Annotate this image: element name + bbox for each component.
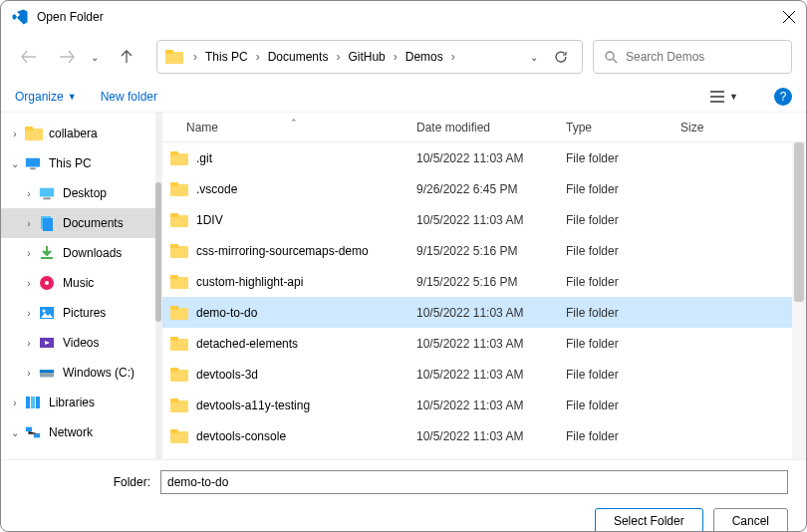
svg-rect-18 xyxy=(26,427,32,431)
tree-item-videos[interactable]: ›Videos xyxy=(1,328,161,358)
file-name: .vscode xyxy=(196,182,237,196)
file-row[interactable]: 1DIV10/5/2022 11:03 AMFile folder xyxy=(162,204,806,235)
file-row[interactable]: custom-highlight-api9/15/2022 5:16 PMFil… xyxy=(162,266,806,297)
tree-item-windows-c-[interactable]: ›Windows (C:) xyxy=(1,358,161,388)
tree-item-music[interactable]: ›Music xyxy=(1,268,161,298)
column-name[interactable]: Name⌃ xyxy=(162,121,416,134)
file-type: File folder xyxy=(566,182,680,196)
file-name: devtools-3d xyxy=(196,368,258,382)
search-icon xyxy=(604,50,618,64)
tree-item-label: Desktop xyxy=(63,186,107,200)
folder-icon xyxy=(170,244,188,258)
file-name: devtools-console xyxy=(196,429,286,443)
titlebar: Open Folder xyxy=(1,1,806,33)
tree-item-pictures[interactable]: ›Pictures xyxy=(1,298,161,328)
file-type: File folder xyxy=(566,151,680,165)
column-type[interactable]: Type xyxy=(566,121,680,134)
svg-rect-2 xyxy=(30,167,35,169)
file-name: custom-highlight-api xyxy=(196,275,303,289)
file-row[interactable]: devtools-3d10/5/2022 11:03 AMFile folder xyxy=(162,359,806,390)
file-row[interactable]: detached-elements10/5/2022 11:03 AMFile … xyxy=(162,328,806,359)
select-folder-button[interactable]: Select Folder xyxy=(595,508,703,532)
folder-icon xyxy=(165,50,183,64)
close-icon[interactable] xyxy=(782,10,796,24)
file-type: File folder xyxy=(566,244,680,258)
breadcrumb-item[interactable]: Demos xyxy=(404,50,445,64)
expander-icon[interactable]: › xyxy=(9,398,21,408)
file-row[interactable]: devtools-console10/5/2022 11:03 AMFile f… xyxy=(162,420,806,451)
view-button[interactable]: ▼ xyxy=(709,90,738,104)
tree-item-collabera[interactable]: ›collabera xyxy=(1,119,161,148)
tree-item-libraries[interactable]: ›Libraries xyxy=(1,388,161,417)
breadcrumb-item[interactable]: Documents xyxy=(266,50,331,64)
address-dropdown[interactable]: ⌄ xyxy=(524,52,544,63)
svg-rect-3 xyxy=(40,188,54,197)
up-button[interactable] xyxy=(113,43,140,71)
tree-item-downloads[interactable]: ›Downloads xyxy=(1,238,161,268)
search-input[interactable] xyxy=(626,50,781,64)
file-date: 9/15/2022 5:16 PM xyxy=(416,244,566,258)
file-row[interactable]: devtools-a11y-testing10/5/2022 11:03 AMF… xyxy=(162,390,806,420)
expander-icon[interactable]: › xyxy=(23,368,35,379)
column-headers[interactable]: Name⌃ Date modified Type Size xyxy=(162,113,806,142)
expander-icon[interactable]: › xyxy=(9,129,21,139)
svg-point-9 xyxy=(45,281,49,285)
tree-item-network[interactable]: ⌄Network xyxy=(1,417,161,447)
address-bar[interactable]: › This PC › Documents › GitHub › Demos ›… xyxy=(156,40,583,74)
file-type: File folder xyxy=(566,368,680,382)
svg-point-0 xyxy=(606,52,614,60)
breadcrumb-item[interactable]: This PC xyxy=(203,50,250,64)
tree-item-desktop[interactable]: ›Desktop xyxy=(1,178,161,208)
chevron-down-icon: ▼ xyxy=(729,92,738,102)
file-type: File folder xyxy=(566,213,680,227)
tree-item-this-pc[interactable]: ⌄This PC xyxy=(1,148,161,178)
recent-dropdown[interactable]: ⌄ xyxy=(91,52,103,63)
refresh-button[interactable] xyxy=(548,50,574,64)
file-date: 9/15/2022 5:16 PM xyxy=(416,275,566,289)
breadcrumb-item[interactable]: GitHub xyxy=(346,50,387,64)
svg-rect-4 xyxy=(43,197,50,199)
tree-item-label: Pictures xyxy=(63,306,106,320)
svg-rect-14 xyxy=(40,370,54,373)
libraries-icon xyxy=(25,395,41,410)
chevron-down-icon: ▼ xyxy=(68,92,77,102)
cancel-button[interactable]: Cancel xyxy=(713,508,788,532)
new-folder-button[interactable]: New folder xyxy=(101,90,157,104)
file-row[interactable]: demo-to-do10/5/2022 11:03 AMFile folder xyxy=(162,297,806,328)
expander-icon[interactable]: ⌄ xyxy=(9,427,21,438)
file-type: File folder xyxy=(566,275,680,289)
folder-input[interactable] xyxy=(160,470,788,494)
expander-icon[interactable]: › xyxy=(23,278,35,289)
tree-item-label: Libraries xyxy=(49,396,95,409)
expander-icon[interactable]: › xyxy=(23,218,35,229)
back-button[interactable] xyxy=(15,43,43,71)
column-date[interactable]: Date modified xyxy=(416,121,566,134)
organize-button[interactable]: Organize ▼ xyxy=(15,90,77,104)
expander-icon[interactable]: ⌄ xyxy=(9,158,21,169)
file-row[interactable]: .vscode9/26/2022 6:45 PMFile folder xyxy=(162,173,806,204)
expander-icon[interactable]: › xyxy=(23,248,35,259)
navbar: ⌄ › This PC › Documents › GitHub › Demos… xyxy=(1,33,806,81)
tree-item-documents[interactable]: ›Documents xyxy=(1,208,161,238)
folder-tree: ›collabera⌄This PC›Desktop›Documents›Dow… xyxy=(1,113,162,459)
help-icon[interactable]: ? xyxy=(774,88,792,106)
search-box[interactable] xyxy=(593,40,792,74)
file-date: 10/5/2022 11:03 AM xyxy=(416,368,566,382)
list-scrollbar[interactable] xyxy=(792,142,806,459)
expander-icon[interactable]: › xyxy=(23,188,35,199)
tree-scrollbar[interactable] xyxy=(155,113,161,459)
file-list: Name⌃ Date modified Type Size .git10/5/2… xyxy=(162,113,806,459)
folder-icon xyxy=(170,182,188,196)
svg-rect-1 xyxy=(26,158,40,167)
window-title: Open Folder xyxy=(37,10,782,24)
expander-icon[interactable]: › xyxy=(23,308,35,319)
expander-icon[interactable]: › xyxy=(23,338,35,349)
forward-button[interactable] xyxy=(53,43,81,71)
file-row[interactable]: css-mirroring-sourcemaps-demo9/15/2022 5… xyxy=(162,235,806,266)
network-icon xyxy=(25,424,41,440)
file-row[interactable]: .git10/5/2022 11:03 AMFile folder xyxy=(162,142,806,173)
drive-icon xyxy=(39,365,55,381)
column-size[interactable]: Size xyxy=(680,121,750,134)
folder-label: Folder: xyxy=(19,475,150,489)
tree-item-label: This PC xyxy=(49,156,92,170)
